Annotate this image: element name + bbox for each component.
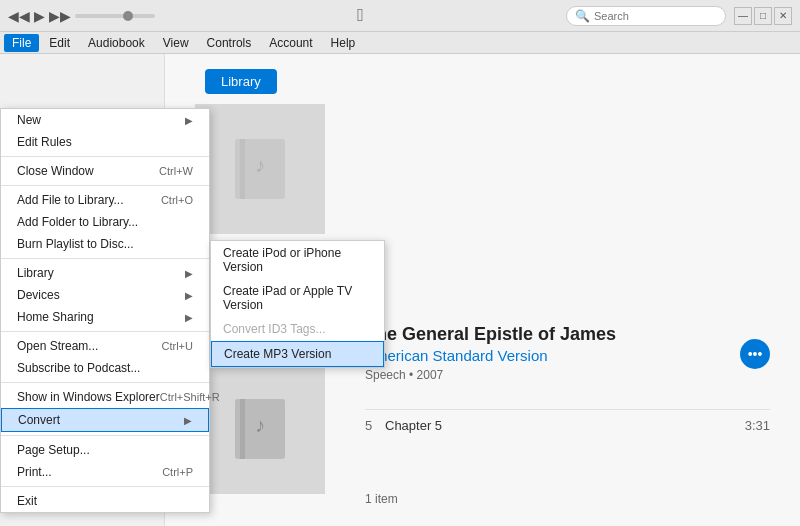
menu-edit[interactable]: Edit <box>41 34 78 52</box>
separator-6 <box>1 435 209 436</box>
submenu-ipad-appletv[interactable]: Create iPad or Apple TV Version <box>211 279 384 317</box>
separator-5 <box>1 382 209 383</box>
menu-item-home-sharing[interactable]: Home Sharing ▶ <box>1 306 209 328</box>
menu-account[interactable]: Account <box>261 34 320 52</box>
title-bar: ◀◀ ▶ ▶▶  🔍 — □ ✕ <box>0 0 800 32</box>
menu-item-convert[interactable]: Convert ▶ <box>1 408 209 432</box>
prev-btn[interactable]: ◀◀ <box>8 8 30 24</box>
track-number: 5 <box>365 418 385 433</box>
menu-item-add-folder[interactable]: Add Folder to Library... <box>1 211 209 233</box>
menu-item-devices[interactable]: Devices ▶ <box>1 284 209 306</box>
book-title: The General Epistle of James <box>365 324 616 345</box>
menu-item-add-file[interactable]: Add File to Library... Ctrl+O <box>1 189 209 211</box>
item-count: 1 item <box>365 492 398 506</box>
progress-bar[interactable] <box>75 14 155 18</box>
track-name: Chapter 5 <box>385 418 745 433</box>
book-icon-bottom: ♪ <box>230 394 290 464</box>
separator-7 <box>1 486 209 487</box>
maximize-btn[interactable]: □ <box>754 7 772 25</box>
menu-item-library[interactable]: Library ▶ <box>1 262 209 284</box>
menu-bar: File Edit Audiobook View Controls Accoun… <box>0 32 800 54</box>
submenu-create-mp3[interactable]: Create MP3 Version <box>211 341 384 367</box>
search-input[interactable] <box>594 10 717 22</box>
play-btn[interactable]: ▶ <box>34 8 45 24</box>
menu-help[interactable]: Help <box>323 34 364 52</box>
submenu-convert-id3: Convert ID3 Tags... <box>211 317 384 341</box>
menu-item-open-stream[interactable]: Open Stream... Ctrl+U <box>1 335 209 357</box>
menu-item-show-explorer[interactable]: Show in Windows Explorer Ctrl+Shift+R <box>1 386 209 408</box>
track-row: 5 Chapter 5 3:31 <box>365 409 770 433</box>
book-subtitle: American Standard Version <box>365 347 616 364</box>
svg-text:♪: ♪ <box>255 154 265 176</box>
library-button[interactable]: Library <box>205 69 277 94</box>
svg-text:♪: ♪ <box>255 414 265 436</box>
separator-2 <box>1 185 209 186</box>
close-btn[interactable]: ✕ <box>774 7 792 25</box>
main-area: Library ♪ ♪ The General Epistle of James… <box>0 54 800 526</box>
submenu-ipod-iphone[interactable]: Create iPod or iPhone Version <box>211 241 384 279</box>
menu-item-new[interactable]: New ▶ <box>1 109 209 131</box>
menu-item-close-window[interactable]: Close Window Ctrl+W <box>1 160 209 182</box>
title-center:  <box>357 5 364 26</box>
separator-4 <box>1 331 209 332</box>
apple-logo:  <box>357 5 364 26</box>
menu-controls[interactable]: Controls <box>199 34 260 52</box>
minimize-btn[interactable]: — <box>734 7 752 25</box>
convert-submenu: Create iPod or iPhone Version Create iPa… <box>210 240 385 368</box>
menu-item-page-setup[interactable]: Page Setup... <box>1 439 209 461</box>
menu-item-burn-playlist[interactable]: Burn Playlist to Disc... <box>1 233 209 255</box>
book-info: The General Epistle of James American St… <box>365 324 616 382</box>
book-icon-top: ♪ <box>230 134 290 204</box>
menu-item-edit-rules[interactable]: Edit Rules <box>1 131 209 153</box>
menu-item-exit[interactable]: Exit <box>1 490 209 512</box>
search-icon: 🔍 <box>575 9 590 23</box>
book-meta: Speech • 2007 <box>365 368 616 382</box>
track-duration: 3:31 <box>745 418 770 433</box>
search-box[interactable]: 🔍 <box>566 6 726 26</box>
album-art-top: ♪ <box>195 104 325 234</box>
menu-item-subscribe-podcast[interactable]: Subscribe to Podcast... <box>1 357 209 379</box>
transport-controls: ◀◀ ▶ ▶▶ <box>8 8 155 24</box>
menu-audiobook[interactable]: Audiobook <box>80 34 153 52</box>
svg-rect-4 <box>240 399 245 459</box>
menu-item-print[interactable]: Print... Ctrl+P <box>1 461 209 483</box>
album-art-bottom: ♪ <box>195 364 325 494</box>
menu-file[interactable]: File <box>4 34 39 52</box>
svg-rect-1 <box>240 139 245 199</box>
separator-3 <box>1 258 209 259</box>
menu-view[interactable]: View <box>155 34 197 52</box>
progress-thumb <box>123 11 133 21</box>
next-btn[interactable]: ▶▶ <box>49 8 71 24</box>
separator-1 <box>1 156 209 157</box>
more-button[interactable]: ••• <box>740 339 770 369</box>
window-controls: — □ ✕ <box>734 7 792 25</box>
file-dropdown-menu: New ▶ Edit Rules Close Window Ctrl+W Add… <box>0 108 210 513</box>
